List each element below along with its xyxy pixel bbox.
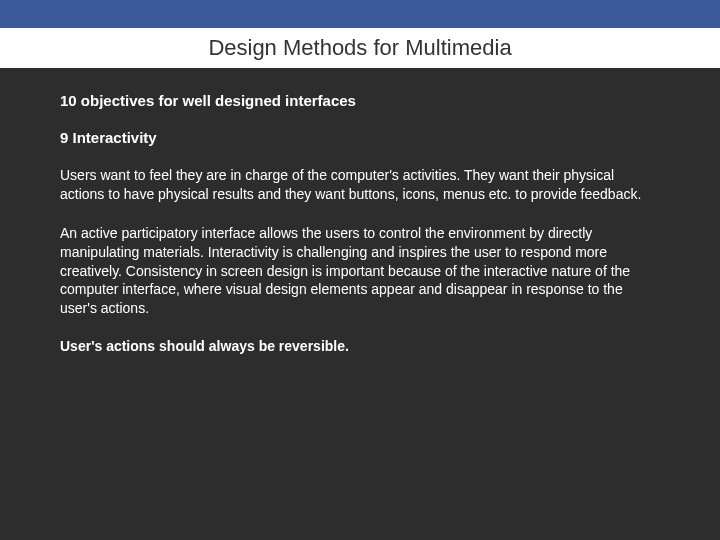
paragraph-1: Users want to feel they are in charge of… — [60, 166, 660, 204]
slide-content: 10 objectives for well designed interfac… — [0, 68, 720, 354]
content-heading: 10 objectives for well designed interfac… — [60, 92, 660, 109]
content-subheading: 9 Interactivity — [60, 129, 660, 146]
paragraph-3: User's actions should always be reversib… — [60, 338, 660, 354]
slide-title: Design Methods for Multimedia — [208, 35, 511, 61]
title-bar: Design Methods for Multimedia — [0, 28, 720, 68]
header-accent-bar — [0, 0, 720, 28]
paragraph-2: An active participatory interface allows… — [60, 224, 660, 318]
